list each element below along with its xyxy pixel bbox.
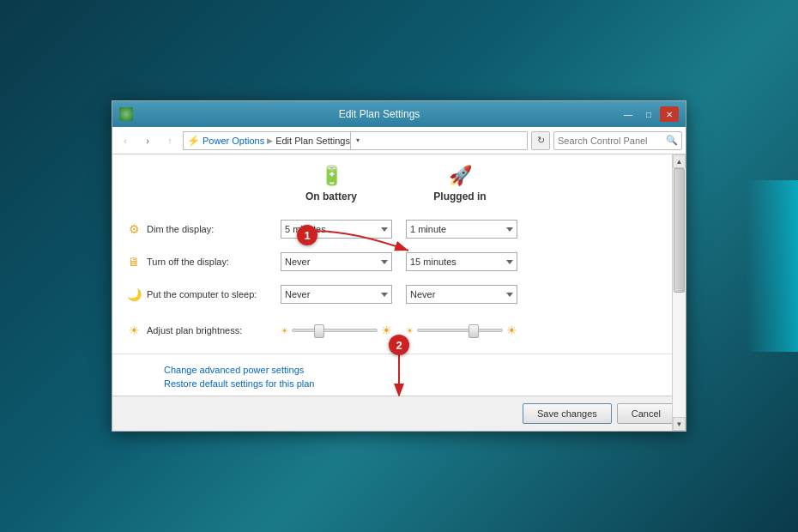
maximize-button[interactable]: □ xyxy=(639,106,658,122)
sleep-label: 🌙 Put the computer to sleep: xyxy=(126,287,281,301)
annotation-1: 1 xyxy=(297,225,317,245)
breadcrumb-separator: ▶ xyxy=(267,136,273,145)
save-changes-button[interactable]: Save changes xyxy=(523,403,612,424)
breadcrumb: ⚡ Power Options ▶ Edit Plan Settings ▾ xyxy=(183,131,528,150)
scroll-thumb[interactable] xyxy=(674,168,685,293)
settings-area: ⚙ Dim the display: 5 minutes 1 minute 2 … xyxy=(112,209,686,354)
turn-off-display-plugged-select[interactable]: 15 minutes 1 minute 2 minutes 5 minutes … xyxy=(406,252,517,271)
plugged-in-label: Plugged in xyxy=(433,190,486,203)
window-controls: — □ ✕ xyxy=(619,106,679,122)
scroll-up-button[interactable]: ▲ xyxy=(673,154,686,168)
plugged-brightness-low-icon: ☀ xyxy=(406,326,414,336)
plugged-brightness-track xyxy=(417,329,503,332)
scrollbar: ▲ ▼ xyxy=(672,154,686,431)
title-bar: Edit Plan Settings — □ ✕ xyxy=(112,101,686,127)
dim-display-label: ⚙ Dim the display: xyxy=(126,222,281,236)
dim-display-plugged-select[interactable]: 1 minute 2 minutes 3 minutes 5 minutes 1… xyxy=(406,220,517,239)
on-battery-column-header: 🔋 On battery xyxy=(267,165,396,203)
power-options-icon: ⚡ xyxy=(187,135,200,147)
dim-display-row: ⚙ Dim the display: 5 minutes 1 minute 2 … xyxy=(126,213,672,245)
turn-off-display-battery-select[interactable]: Never 1 minute 2 minutes 5 minutes 10 mi… xyxy=(281,252,392,271)
dim-display-icon: ⚙ xyxy=(126,222,142,236)
turn-off-display-icon: 🖥 xyxy=(126,255,142,269)
on-battery-label: On battery xyxy=(305,190,357,203)
turn-off-display-controls: Never 1 minute 2 minutes 5 minutes 10 mi… xyxy=(281,252,517,271)
search-input[interactable] xyxy=(558,136,662,146)
brightness-label: ☀ Adjust plan brightness: xyxy=(126,323,281,337)
restore-defaults-link[interactable]: Restore default settings for this plan xyxy=(164,378,634,389)
scroll-track xyxy=(673,168,686,417)
window-icon xyxy=(119,107,133,121)
turn-off-display-label: 🖥 Turn off the display: xyxy=(126,255,281,269)
links-area: Change advanced power settings Restore d… xyxy=(112,354,686,396)
battery-brightness-low-icon: ☀ xyxy=(281,326,288,336)
sleep-controls: Never 1 minute 5 minutes 10 minutes 15 m… xyxy=(281,285,517,304)
address-bar: ‹ › ↑ ⚡ Power Options ▶ Edit Plan Settin… xyxy=(112,127,686,154)
plugged-brightness-high-icon: ☀ xyxy=(506,323,517,337)
battery-icon: 🔋 xyxy=(320,165,343,187)
brightness-icon: ☀ xyxy=(126,323,142,337)
sleep-row: 🌙 Put the computer to sleep: Never 1 min… xyxy=(126,278,672,311)
battery-brightness-high-icon: ☀ xyxy=(381,323,392,337)
plugged-in-column-header: 🚀 Plugged in xyxy=(396,165,524,203)
cancel-button[interactable]: Cancel xyxy=(617,403,675,424)
annotation-2: 2 xyxy=(389,335,409,355)
column-headers: 🔋 On battery 🚀 Plugged in xyxy=(267,154,686,209)
scroll-down-button[interactable]: ▼ xyxy=(673,417,686,431)
battery-brightness-track xyxy=(292,329,378,332)
brightness-label-text: Adjust plan brightness: xyxy=(147,325,242,336)
up-button[interactable]: ↑ xyxy=(160,131,179,150)
plugged-icon: 🚀 xyxy=(449,165,472,187)
content-area: 🔋 On battery 🚀 Plugged in ⚙ Dim the disp… xyxy=(112,154,686,431)
search-icon: 🔍 xyxy=(666,135,678,146)
close-button[interactable]: ✕ xyxy=(660,106,679,122)
turn-off-display-label-text: Turn off the display: xyxy=(147,257,229,267)
breadcrumb-current: Edit Plan Settings xyxy=(275,136,350,146)
window-title: Edit Plan Settings xyxy=(140,108,619,120)
search-bar: 🔍 xyxy=(553,131,682,150)
battery-brightness-slider-group: ☀ ☀ xyxy=(281,323,392,337)
plugged-brightness-slider-group: ☀ ☀ xyxy=(406,323,517,337)
sleep-label-text: Put the computer to sleep: xyxy=(147,289,257,299)
battery-brightness-thumb[interactable] xyxy=(314,324,324,338)
refresh-button[interactable]: ↻ xyxy=(531,131,550,150)
minimize-button[interactable]: — xyxy=(619,106,638,122)
breadcrumb-dropdown-button[interactable]: ▾ xyxy=(350,132,364,149)
advanced-settings-link[interactable]: Change advanced power settings xyxy=(164,365,634,375)
plugged-brightness-thumb[interactable] xyxy=(469,324,479,338)
forward-button[interactable]: › xyxy=(138,131,157,150)
sleep-plugged-select[interactable]: Never 1 minute 5 minutes 10 minutes 15 m… xyxy=(406,285,517,304)
sleep-icon: 🌙 xyxy=(126,287,142,301)
bottom-bar: Save changes Cancel xyxy=(112,396,686,431)
turn-off-display-row: 🖥 Turn off the display: Never 1 minute 2… xyxy=(126,245,672,278)
dim-display-label-text: Dim the display: xyxy=(147,224,214,234)
main-content-wrapper: 🔋 On battery 🚀 Plugged in ⚙ Dim the disp… xyxy=(112,154,686,431)
edit-plan-settings-window: Edit Plan Settings — □ ✕ ‹ › ↑ ⚡ Power O… xyxy=(112,100,686,432)
breadcrumb-root[interactable]: Power Options xyxy=(203,136,264,146)
back-button[interactable]: ‹ xyxy=(116,131,135,150)
sleep-battery-select[interactable]: Never 1 minute 5 minutes 10 minutes 15 m… xyxy=(281,285,392,304)
